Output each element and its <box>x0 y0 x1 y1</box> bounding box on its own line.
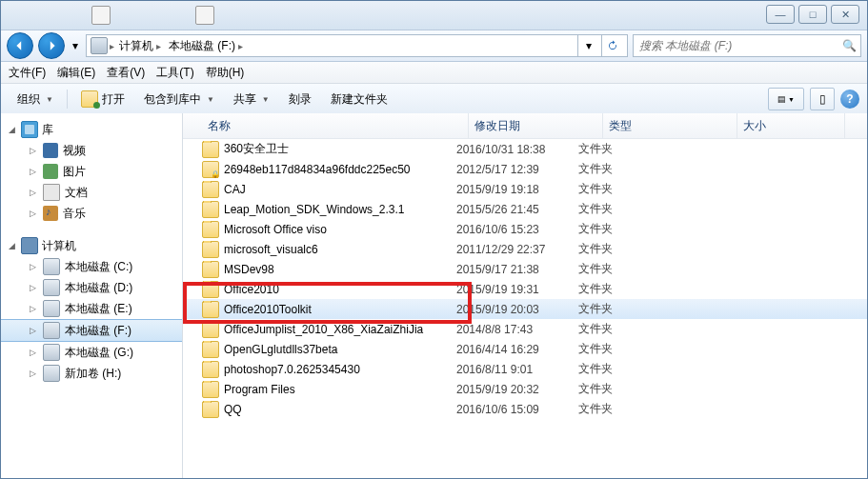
sidebar-item-label: 本地磁盘 (F:) <box>65 323 131 339</box>
table-row[interactable]: CAJ2015/9/19 19:18文件夹 <box>183 179 867 199</box>
column-date[interactable]: 修改日期 <box>469 113 603 138</box>
menu-help[interactable]: 帮助(H) <box>200 62 251 83</box>
drive-icon <box>91 37 108 54</box>
titlebar[interactable]: — □ ✕ <box>1 1 867 30</box>
search-icon[interactable]: 🔍 <box>842 39 857 52</box>
column-type[interactable]: 类型 <box>603 113 737 138</box>
maximize-button[interactable]: □ <box>798 5 827 24</box>
column-size[interactable]: 大小 <box>737 113 845 138</box>
pictures-icon <box>43 164 58 179</box>
file-name: 26948eb117d84834a96fddc225ec50 <box>224 163 411 176</box>
sidebar-item-drive-c[interactable]: ▷本地磁盘 (C:) <box>1 256 182 277</box>
minimize-button[interactable]: — <box>766 5 795 24</box>
sidebar-item-drive-e[interactable]: ▷本地磁盘 (E:) <box>1 298 182 319</box>
folder-icon <box>202 241 219 258</box>
menu-file[interactable]: 文件(F) <box>3 62 51 83</box>
sidebar[interactable]: ◢库 ▷视频▷图片▷文档▷音乐 ◢计算机 ▷本地磁盘 (C:)▷本地磁盘 (D:… <box>1 113 183 478</box>
organize-button[interactable]: 组织▼ <box>9 87 62 111</box>
breadcrumb-computer[interactable]: 计算机▸ <box>116 36 164 55</box>
chevron-right-icon[interactable]: ▸ <box>110 41 114 51</box>
table-row[interactable]: OpenGLglutdlls37beta2016/4/14 16:29文件夹 <box>183 339 867 359</box>
sidebar-item-music[interactable]: ▷音乐 <box>1 203 182 224</box>
file-name: photoshop7.0.2625345430 <box>224 363 360 376</box>
explorer-window: — □ ✕ ▾ ▸ 计算机▸ 本地磁盘 (F:)▸ ▾ 🔍 文件(F)编辑(E)… <box>0 0 868 479</box>
address-bar[interactable]: ▸ 计算机▸ 本地磁盘 (F:)▸ ▾ <box>86 34 628 57</box>
menu-tools[interactable]: 工具(T) <box>151 62 199 83</box>
file-type: 文件夹 <box>578 321 700 337</box>
forward-button[interactable] <box>38 32 65 59</box>
table-row[interactable]: Program Files2015/9/19 20:32文件夹 <box>183 379 867 399</box>
menu-view[interactable]: 查看(V) <box>101 62 151 83</box>
expand-icon: ▷ <box>28 348 38 358</box>
address-dropdown[interactable]: ▾ <box>577 35 599 56</box>
file-type: 文件夹 <box>578 161 700 177</box>
music-icon <box>43 206 58 221</box>
sidebar-item-label: 音乐 <box>63 206 86 222</box>
close-button[interactable]: ✕ <box>831 5 859 24</box>
sidebar-item-drive-d[interactable]: ▷本地磁盘 (D:) <box>1 277 182 298</box>
table-row[interactable]: 360安全卫士2016/10/31 18:38文件夹 <box>183 139 867 159</box>
file-type: 文件夹 <box>578 281 700 297</box>
file-date: 2016/10/6 15:09 <box>456 403 578 416</box>
sidebar-computer-head[interactable]: ◢计算机 <box>1 235 182 256</box>
table-row[interactable]: Microsoft Office viso2016/10/6 15:23文件夹 <box>183 219 867 239</box>
table-row[interactable]: Office2010Toolkit2015/9/19 20:03文件夹 <box>183 299 867 319</box>
back-button[interactable] <box>7 32 33 59</box>
search-box[interactable]: 🔍 <box>633 34 861 57</box>
help-button[interactable]: ? <box>840 90 859 109</box>
table-row[interactable]: photoshop7.0.26253454302016/8/11 9:01文件夹 <box>183 359 867 379</box>
sidebar-item-drive-h[interactable]: ▷新加卷 (H:) <box>1 363 182 384</box>
file-name: 360安全卫士 <box>224 141 289 157</box>
folder-icon <box>202 341 219 358</box>
folder-icon <box>202 221 219 238</box>
folder-icon <box>202 261 219 278</box>
refresh-button[interactable] <box>601 35 623 56</box>
table-row[interactable]: Office20102015/9/19 19:31文件夹 <box>183 279 867 299</box>
folder-icon <box>202 181 219 198</box>
sidebar-item-drive-f[interactable]: ▷本地磁盘 (F:) <box>1 319 182 342</box>
app-icon <box>91 6 111 25</box>
table-row[interactable]: 26948eb117d84834a96fddc225ec502012/5/17 … <box>183 159 867 179</box>
sidebar-libraries-head[interactable]: ◢库 <box>1 119 182 140</box>
sidebar-item-label: 视频 <box>63 143 86 159</box>
file-list[interactable]: 360安全卫士2016/10/31 18:38文件夹26948eb117d848… <box>183 139 867 478</box>
collapse-icon: ◢ <box>7 241 17 251</box>
table-row[interactable]: MSDev982015/9/17 21:38文件夹 <box>183 259 867 279</box>
menu-edit[interactable]: 编辑(E) <box>51 62 101 83</box>
file-date: 2015/9/19 20:03 <box>456 303 578 316</box>
toolbar: 组织▼ 打开 包含到库中▼ 共享▼ 刻录 新建文件夹 ▤▼ ▯ ? <box>1 84 867 115</box>
sidebar-item-pictures[interactable]: ▷图片 <box>1 161 182 182</box>
open-folder-icon <box>81 90 98 108</box>
table-row[interactable]: microsoft_visualc62011/12/29 22:37文件夹 <box>183 239 867 259</box>
table-row[interactable]: QQ2016/10/6 15:09文件夹 <box>183 399 867 419</box>
burn-button[interactable]: 刻录 <box>280 87 320 111</box>
open-button[interactable]: 打开 <box>72 87 133 111</box>
sidebar-item-drive-g[interactable]: ▷本地磁盘 (G:) <box>1 342 182 363</box>
new-folder-button[interactable]: 新建文件夹 <box>322 87 396 111</box>
search-input[interactable] <box>637 38 838 53</box>
collapse-icon: ◢ <box>7 125 17 135</box>
column-name[interactable]: 名称 <box>202 113 469 138</box>
table-row[interactable]: OfficeJumplist_2010_X86_XiaZaiZhiJia2014… <box>183 319 867 339</box>
app-icon-2 <box>195 6 214 25</box>
table-row[interactable]: Leap_Motion_SDK_Windows_2.3.12015/5/26 2… <box>183 199 867 219</box>
preview-pane-button[interactable]: ▯ <box>810 88 835 110</box>
sidebar-item-videos[interactable]: ▷视频 <box>1 140 182 161</box>
content-area: ◢库 ▷视频▷图片▷文档▷音乐 ◢计算机 ▷本地磁盘 (C:)▷本地磁盘 (D:… <box>1 113 867 478</box>
sidebar-computer-group: ◢计算机 ▷本地磁盘 (C:)▷本地磁盘 (D:)▷本地磁盘 (E:)▷本地磁盘… <box>1 235 182 384</box>
expand-icon: ▷ <box>28 262 38 272</box>
titlebar-app-icons <box>91 6 133 25</box>
share-button[interactable]: 共享▼ <box>225 87 278 111</box>
file-date: 2015/9/17 21:38 <box>456 263 578 276</box>
file-date: 2014/8/8 17:43 <box>456 323 578 336</box>
view-options-button[interactable]: ▤▼ <box>768 88 804 110</box>
sidebar-item-label: 本地磁盘 (G:) <box>65 345 133 361</box>
file-date: 2015/5/26 21:45 <box>456 203 578 216</box>
breadcrumb-drive-f[interactable]: 本地磁盘 (F:)▸ <box>166 36 246 55</box>
drive-icon <box>43 258 60 275</box>
include-library-button[interactable]: 包含到库中▼ <box>135 87 223 111</box>
sidebar-item-documents[interactable]: ▷文档 <box>1 182 182 203</box>
drive-icon <box>43 322 60 339</box>
history-dropdown[interactable]: ▾ <box>70 36 81 55</box>
folder-icon <box>202 161 219 178</box>
